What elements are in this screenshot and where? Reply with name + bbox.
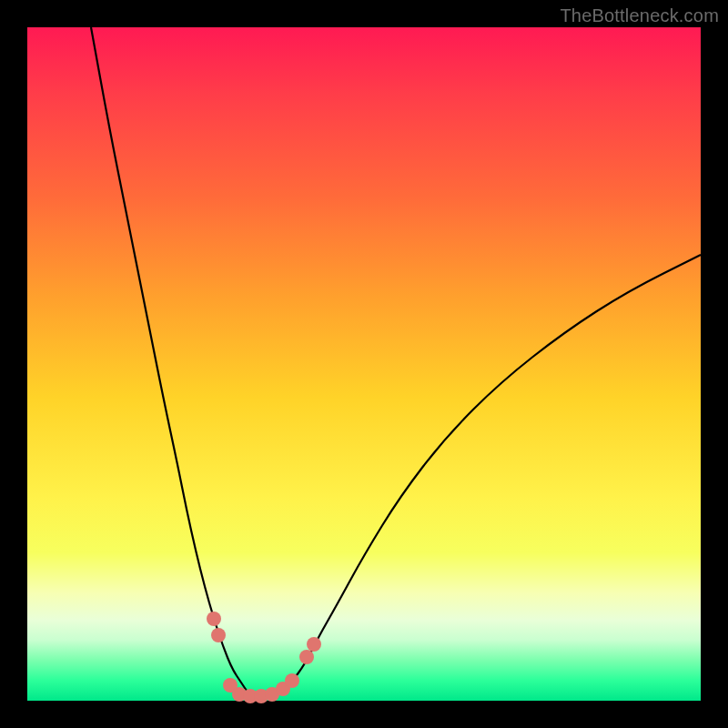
plot-area bbox=[27, 27, 701, 701]
chart-frame: TheBottleneck.com bbox=[0, 0, 728, 728]
bottleneck-chart-svg bbox=[27, 27, 701, 701]
data-point-marker bbox=[307, 637, 321, 652]
marker-group bbox=[207, 612, 321, 703]
data-point-marker bbox=[211, 628, 226, 642]
bottleneck-curve bbox=[91, 27, 701, 696]
data-point-marker bbox=[299, 650, 314, 664]
watermark-text: TheBottleneck.com bbox=[560, 5, 719, 26]
data-point-marker bbox=[207, 612, 221, 626]
data-point-marker bbox=[285, 673, 299, 688]
